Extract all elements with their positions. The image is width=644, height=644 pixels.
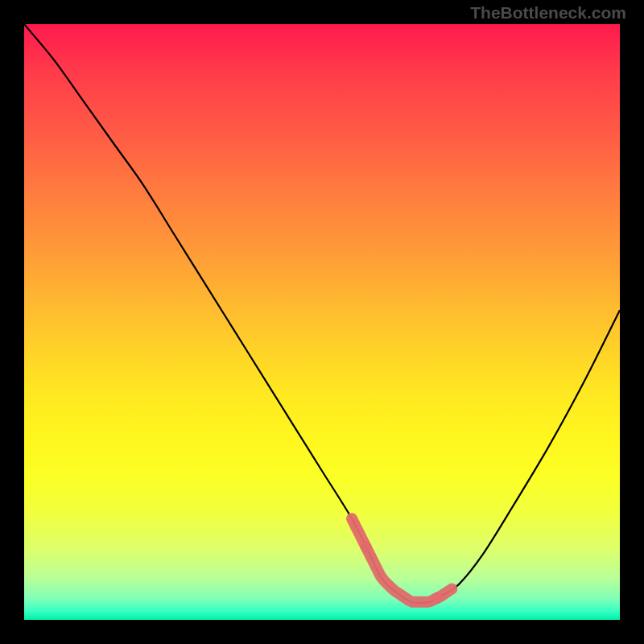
chart-svg <box>24 24 620 620</box>
optimal-marker-right <box>438 589 452 598</box>
watermark-text: TheBottleneck.com <box>470 3 626 23</box>
bottleneck-curve <box>24 24 620 603</box>
optimal-marker-flat <box>366 547 438 602</box>
chart-plot-area <box>24 24 620 620</box>
